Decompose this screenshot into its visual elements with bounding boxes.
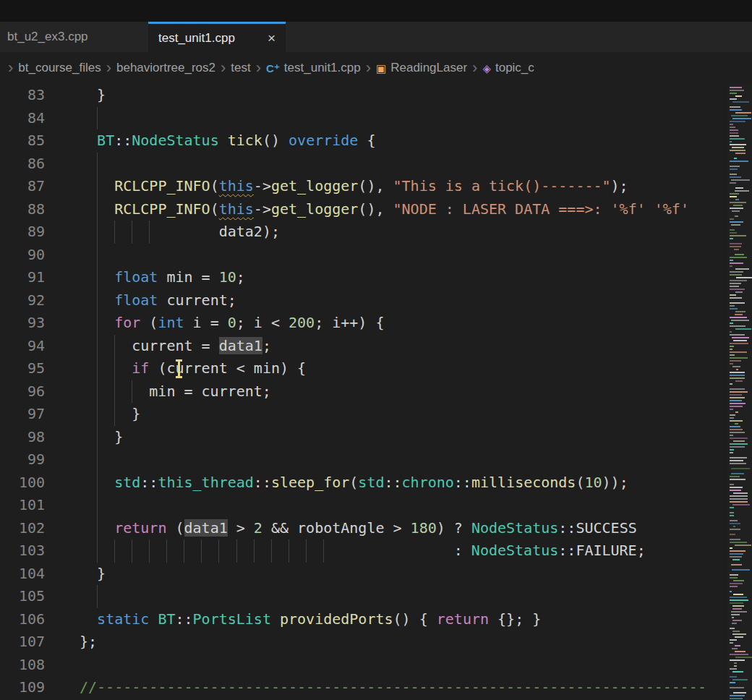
breadcrumb-item-test-unit1-cpp[interactable]: C⁺test_unit1.cpp bbox=[266, 61, 361, 75]
indent-guide bbox=[271, 539, 272, 563]
code-line-85[interactable]: 85 BT::NodeStatus tick() override { bbox=[0, 129, 728, 153]
code-line-100[interactable]: 100 std::this_thread::sleep_for(std::chr… bbox=[0, 471, 728, 495]
breadcrumb-label: topic_c bbox=[495, 61, 534, 75]
indent-guide bbox=[132, 539, 132, 563]
indent-guide bbox=[114, 539, 115, 563]
chevron-right-icon: › bbox=[8, 60, 13, 76]
indent-guide bbox=[149, 539, 150, 563]
breadcrumb-label: bt_course_files bbox=[18, 61, 101, 75]
line-number[interactable]: 93 bbox=[0, 312, 45, 335]
indent-guide bbox=[97, 244, 98, 267]
indent-guide bbox=[184, 539, 184, 563]
line-number[interactable]: 100 bbox=[0, 471, 45, 495]
line-number[interactable]: 97 bbox=[0, 403, 45, 426]
line-text: RCLCPP_INFO(this->get_logger(), "NODE : … bbox=[80, 198, 689, 221]
indent-guide bbox=[289, 539, 289, 563]
indent-guide bbox=[132, 221, 132, 244]
line-number[interactable]: 104 bbox=[0, 563, 45, 586]
code-line-83[interactable]: 83 } bbox=[0, 84, 728, 107]
indent-guide bbox=[97, 107, 98, 130]
line-number[interactable]: 108 bbox=[0, 654, 45, 677]
indent-guide bbox=[132, 380, 132, 404]
indent-guide bbox=[166, 539, 167, 563]
tab-bt-u2-ex3-cpp[interactable]: bt_u2_ex3.cpp bbox=[0, 22, 148, 52]
line-number[interactable]: 83 bbox=[0, 84, 45, 107]
breadcrumb-item-readinglaser[interactable]: ▣ReadingLaser bbox=[376, 61, 467, 75]
tab-test-unit1-cpp[interactable]: test_unit1.cpp × bbox=[148, 22, 286, 52]
line-number[interactable]: 84 bbox=[0, 107, 45, 130]
chevron-right-icon: › bbox=[106, 60, 111, 76]
code-line-101[interactable]: 101 bbox=[0, 494, 728, 517]
line-number[interactable]: 109 bbox=[0, 676, 45, 699]
code-line-105[interactable]: 105 bbox=[0, 585, 728, 608]
breadcrumb-item-test[interactable]: test bbox=[231, 61, 250, 75]
code-line-104[interactable]: 104 } bbox=[0, 563, 728, 586]
code-line-107[interactable]: 107}; bbox=[0, 631, 728, 654]
code-line-84[interactable]: 84 bbox=[0, 107, 728, 130]
line-number[interactable]: 92 bbox=[0, 289, 45, 312]
line-text: float min = 10; bbox=[80, 266, 245, 289]
breadcrumb-item-behaviortree-ros2[interactable]: behaviortree_ros2 bbox=[116, 61, 215, 75]
line-number[interactable]: 88 bbox=[0, 198, 45, 221]
indent-guide bbox=[97, 198, 98, 221]
code-line-88[interactable]: 88 RCLCPP_INFO(this->get_logger(), "NODE… bbox=[0, 198, 728, 221]
line-text: //--------------------------------------… bbox=[80, 676, 706, 699]
line-number[interactable]: 87 bbox=[0, 175, 45, 198]
code-line-95[interactable]: 95 if (current < min) { bbox=[0, 357, 728, 380]
chevron-right-icon: › bbox=[472, 60, 477, 76]
line-number[interactable]: 105 bbox=[0, 585, 45, 608]
indent-guide bbox=[97, 448, 98, 471]
code-line-89[interactable]: 89 data2); bbox=[0, 221, 728, 244]
close-icon[interactable]: × bbox=[268, 30, 286, 46]
code-line-102[interactable]: 102 return (data1 > 2 && robotAngle > 18… bbox=[0, 517, 728, 540]
line-text: }; bbox=[80, 631, 97, 654]
line-number[interactable]: 95 bbox=[0, 357, 45, 380]
line-text: } bbox=[80, 563, 106, 586]
line-number[interactable]: 85 bbox=[0, 129, 45, 153]
code-line-109[interactable]: 109//-----------------------------------… bbox=[0, 676, 728, 699]
code-line-94[interactable]: 94 current = data1; bbox=[0, 335, 728, 358]
code-line-98[interactable]: 98 } bbox=[0, 426, 728, 449]
breadcrumb-label: behaviortree_ros2 bbox=[116, 61, 215, 75]
code-line-90[interactable]: 90 bbox=[0, 244, 728, 267]
line-number[interactable]: 96 bbox=[0, 380, 45, 404]
line-number[interactable]: 94 bbox=[0, 335, 45, 358]
line-number[interactable]: 99 bbox=[0, 448, 45, 471]
line-number[interactable]: 90 bbox=[0, 244, 45, 267]
breadcrumb-label: test_unit1.cpp bbox=[284, 61, 361, 75]
code-line-108[interactable]: 108 bbox=[0, 654, 728, 677]
code-line-92[interactable]: 92 float current; bbox=[0, 289, 728, 312]
line-number[interactable]: 106 bbox=[0, 608, 45, 631]
code-line-99[interactable]: 99 bbox=[0, 448, 728, 471]
line-text: for (int i = 0; i < 200; i++) { bbox=[80, 312, 384, 335]
line-number[interactable]: 86 bbox=[0, 153, 45, 176]
indent-guide bbox=[114, 335, 115, 358]
line-number[interactable]: 98 bbox=[0, 426, 45, 449]
code-line-96[interactable]: 96 min = current; bbox=[0, 380, 728, 404]
line-text: } bbox=[80, 84, 106, 107]
minimap[interactable] bbox=[728, 84, 752, 700]
indent-guide bbox=[97, 539, 98, 563]
line-text: float current; bbox=[80, 289, 236, 312]
breadcrumb-item-topic-c[interactable]: ◈topic_c bbox=[482, 61, 534, 75]
code-line-91[interactable]: 91 float min = 10; bbox=[0, 266, 728, 289]
code-line-93[interactable]: 93 for (int i = 0; i < 200; i++) { bbox=[0, 312, 728, 335]
line-number[interactable]: 101 bbox=[0, 494, 45, 517]
indent-guide bbox=[97, 335, 98, 358]
indent-guide bbox=[306, 539, 307, 563]
code-line-97[interactable]: 97 } bbox=[0, 403, 728, 426]
code-line-106[interactable]: 106 static BT::PortsList providedPorts()… bbox=[0, 608, 728, 631]
line-number[interactable]: 91 bbox=[0, 266, 45, 289]
line-number[interactable]: 107 bbox=[0, 631, 45, 654]
line-number[interactable]: 102 bbox=[0, 517, 45, 540]
indent-guide bbox=[323, 539, 324, 563]
code-area[interactable]: 83 }8485 BT::NodeStatus tick() override … bbox=[0, 84, 728, 700]
code-line-86[interactable]: 86 bbox=[0, 153, 728, 176]
line-number[interactable]: 89 bbox=[0, 221, 45, 244]
code-line-103[interactable]: 103 : NodeStatus::FAILURE; bbox=[0, 539, 728, 563]
breadcrumb-item-bt-course-files[interactable]: bt_course_files bbox=[18, 61, 101, 75]
text-cursor-ibeam bbox=[178, 361, 180, 377]
code-editor[interactable]: 83 }8485 BT::NodeStatus tick() override … bbox=[0, 84, 752, 700]
code-line-87[interactable]: 87 RCLCPP_INFO(this->get_logger(), "This… bbox=[0, 175, 728, 198]
line-number[interactable]: 103 bbox=[0, 539, 45, 563]
